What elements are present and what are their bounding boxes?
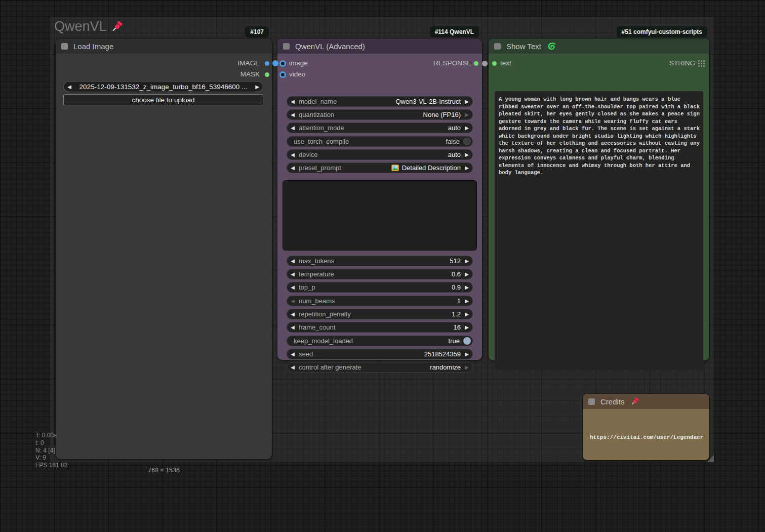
list-grid-icon[interactable] [698, 60, 705, 67]
graph-canvas[interactable]: QwenVL #107 #114 QwenVL #51 comfyui-cust… [0, 0, 765, 532]
widget-max-tokens[interactable]: ◀ max_tokens 512 ▶ [287, 256, 473, 266]
input-dot-text[interactable] [492, 61, 497, 66]
output-dot-image[interactable] [265, 61, 269, 66]
load-image-title: Load Image [73, 42, 113, 51]
credits-titlebar[interactable]: Credits [583, 394, 709, 409]
widget-value: false [446, 138, 460, 145]
increment-arrow-icon[interactable]: ▶ [461, 351, 473, 357]
input-dot-image[interactable] [279, 60, 286, 67]
credits-title: Credits [600, 397, 625, 406]
qwenvl-title: QwenVL (Advanced) [295, 42, 365, 51]
widget-frame-count[interactable]: ◀ frame_count 16 ▶ [287, 322, 473, 333]
increment-arrow-icon[interactable]: ▶ [461, 311, 473, 317]
increment-arrow-icon[interactable]: ▶ [461, 364, 473, 370]
combo-prev-arrow-icon[interactable]: ◀ [63, 84, 75, 90]
show-text-title: Show Text [506, 42, 541, 51]
qwenvl-titlebar[interactable]: QwenVL (Advanced) [277, 38, 482, 54]
combo-next-arrow-icon[interactable]: ▶ [251, 84, 263, 90]
increment-arrow-icon[interactable]: ▶ [461, 152, 473, 157]
decrement-arrow-icon[interactable]: ◀ [287, 152, 299, 157]
group-titlebar[interactable]: QwenVL [54, 19, 124, 34]
credits-url[interactable]: https://civitai.com/user/Legendaer [590, 434, 703, 440]
widget-keep-model-loaded[interactable]: keep_model_loaded true [287, 336, 473, 346]
widget-device[interactable]: ◀ device auto ▶ [287, 149, 473, 160]
link-dot-response[interactable] [482, 61, 488, 66]
node-credits[interactable]: Credits https://civitai.com/user/Legenda… [583, 394, 709, 460]
picture-icon [391, 165, 399, 171]
show-text-body: text STRING A young woman with long brow… [489, 54, 709, 360]
decrement-arrow-icon[interactable]: ◀ [287, 324, 299, 330]
collapse-box-icon[interactable] [588, 398, 595, 405]
increment-arrow-icon[interactable]: ▶ [461, 112, 473, 117]
stats-time: T: 0.00s [35, 432, 67, 439]
toggle-knob[interactable] [463, 138, 471, 145]
widget-preset-prompt[interactable]: ◀ preset_prompt Detailed Description ▶ [287, 162, 473, 173]
canvas-stats-overlay: T: 0.00s I: 0 N: 4 [4] V: 9 FPS:181.82 [35, 432, 67, 469]
widget-value: Detailed Description [402, 164, 461, 172]
increment-arrow-icon[interactable]: ▶ [461, 284, 473, 290]
increment-arrow-icon[interactable]: ▶ [461, 258, 473, 264]
node-badge-show-text: #51 comfyui-custom-scripts [617, 26, 707, 37]
increment-arrow-icon[interactable]: ▶ [461, 324, 473, 330]
widget-repetition-penalty[interactable]: ◀ repetition_penalty 1.2 ▶ [287, 309, 473, 319]
image-file-combo[interactable]: ◀ 2025-12-09-131532_z_image_turbo_bf16_5… [63, 81, 263, 92]
increment-arrow-icon[interactable]: ▶ [461, 271, 473, 277]
widget-value: 1.2 [452, 310, 461, 318]
decrement-arrow-icon[interactable]: ◀ [287, 298, 299, 304]
node-badge-load-image: #107 [245, 26, 269, 37]
widget-attention-mode[interactable]: ◀ attention_mode auto ▶ [287, 122, 473, 133]
prompt-textarea[interactable] [283, 180, 477, 251]
output-label-image: IMAGE [237, 59, 260, 67]
increment-arrow-icon[interactable]: ▶ [461, 99, 473, 104]
increment-arrow-icon[interactable]: ▶ [461, 125, 473, 131]
input-dot-video[interactable] [279, 71, 286, 78]
node-load-image[interactable]: Load Image IMAGE MASK ◀ 2025-12-09-13153… [56, 38, 272, 459]
decrement-arrow-icon[interactable]: ◀ [287, 351, 299, 357]
collapse-box-icon[interactable] [61, 43, 68, 50]
decrement-arrow-icon[interactable]: ◀ [287, 271, 299, 277]
link-dot-image[interactable] [272, 60, 278, 66]
widget-control-after-generate[interactable]: ◀ control after generate randomize ▶ [287, 362, 473, 373]
node-show-text[interactable]: Show Text text STRING A young woman with… [489, 38, 709, 360]
stats-nodes: N: 4 [4] [35, 447, 67, 455]
decrement-arrow-icon[interactable]: ◀ [287, 165, 299, 171]
output-dot-mask[interactable] [265, 72, 269, 77]
load-image-titlebar[interactable]: Load Image [56, 38, 272, 54]
widget-value: randomize [430, 363, 461, 371]
decrement-arrow-icon[interactable]: ◀ [287, 258, 299, 264]
upload-file-button[interactable]: choose file to upload [63, 94, 263, 105]
decrement-arrow-icon[interactable]: ◀ [287, 112, 299, 117]
node-qwenvl-advanced[interactable]: QwenVL (Advanced) image video RESPONSE ◀… [277, 38, 482, 360]
increment-arrow-icon[interactable]: ▶ [461, 165, 473, 171]
show-text-output[interactable]: A young woman with long brown hair and b… [495, 91, 703, 370]
group-title: QwenVL [54, 19, 107, 34]
widget-label: model_name [299, 98, 337, 105]
widget-top-p[interactable]: ◀ top_p 0.9 ▶ [287, 282, 473, 293]
widget-model-name[interactable]: ◀ model_name Qwen3-VL-2B-Instruct ▶ [287, 96, 473, 107]
widget-label: temperature [299, 270, 334, 278]
decrement-arrow-icon[interactable]: ◀ [287, 125, 299, 131]
widget-value: 1 [457, 297, 461, 305]
widget-quantization[interactable]: ◀ quantization None (FP16) ▶ [287, 109, 473, 120]
widget-seed[interactable]: ◀ seed 2518524359 ▶ [287, 349, 473, 359]
widget-value: 2518524359 [424, 350, 461, 358]
widget-use-torch-compile[interactable]: use_torch_compile false [287, 136, 473, 147]
widget-temperature[interactable]: ◀ temperature 0.6 ▶ [287, 269, 473, 279]
decrement-arrow-icon[interactable]: ◀ [287, 284, 299, 290]
widget-value: true [449, 337, 460, 345]
output-dot-response[interactable] [474, 61, 478, 66]
widget-label: quantization [299, 111, 334, 118]
widget-label: control after generate [299, 363, 361, 371]
widget-value: 0.9 [452, 283, 461, 291]
load-image-body: IMAGE MASK ◀ 2025-12-09-131532_z_image_t… [56, 54, 272, 459]
show-text-titlebar[interactable]: Show Text [489, 38, 709, 54]
collapse-box-icon[interactable] [283, 43, 290, 50]
toggle-knob[interactable] [463, 337, 471, 345]
decrement-arrow-icon[interactable]: ◀ [287, 99, 299, 104]
widget-num-beams[interactable]: ◀ num_beams 1 ▶ [287, 296, 473, 306]
collapse-box-icon[interactable] [494, 43, 501, 50]
decrement-arrow-icon[interactable]: ◀ [287, 311, 299, 317]
decrement-arrow-icon[interactable]: ◀ [287, 364, 299, 370]
widget-value-wrap: Detailed Description [391, 164, 461, 172]
increment-arrow-icon[interactable]: ▶ [461, 298, 473, 304]
